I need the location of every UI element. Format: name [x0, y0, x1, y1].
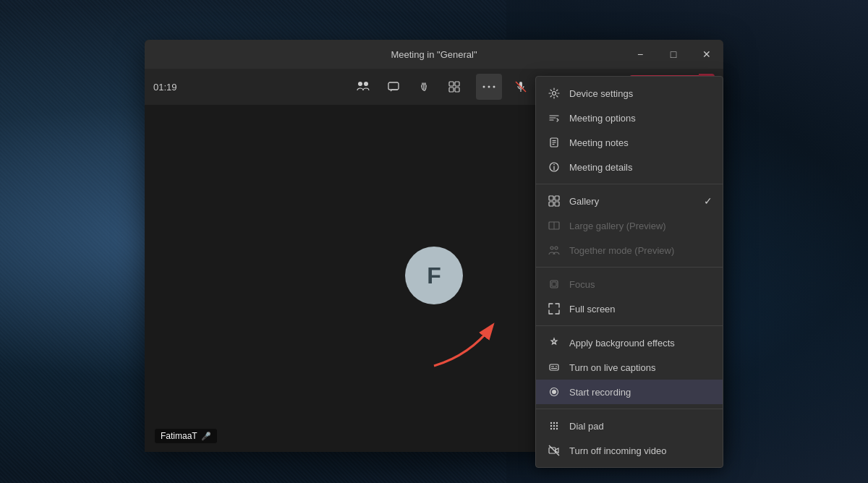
- toolbar: 01:19: [145, 69, 723, 105]
- svg-point-44: [553, 422, 555, 424]
- svg-rect-2: [388, 82, 399, 90]
- divider-1: [536, 184, 723, 184]
- live-captions-label: Turn on live captions: [569, 362, 655, 373]
- participant-avatar-container: F: [405, 247, 463, 304]
- svg-line-53: [549, 445, 559, 456]
- incoming-video-label: Turn off incoming video: [569, 445, 666, 456]
- divider-2: [536, 267, 723, 268]
- svg-point-36: [553, 342, 556, 344]
- microphone-icon: 🎤: [201, 432, 211, 441]
- menu-item-dial-pad[interactable]: Dial pad: [536, 414, 723, 438]
- svg-point-8: [488, 86, 490, 88]
- view-icon[interactable]: [441, 74, 467, 100]
- svg-point-33: [555, 247, 558, 249]
- device-settings-label: Device settings: [569, 88, 633, 99]
- menu-item-meeting-notes[interactable]: Meeting notes: [536, 130, 723, 155]
- menu-item-together-mode: Together mode (Preview): [536, 238, 723, 262]
- svg-rect-6: [455, 87, 459, 92]
- menu-item-gallery[interactable]: Gallery ✓: [536, 189, 723, 213]
- divider-3: [536, 325, 723, 326]
- meeting-details-icon: [548, 161, 561, 174]
- svg-point-9: [493, 86, 495, 88]
- more-options-button[interactable]: [476, 74, 502, 100]
- menu-item-background-effects[interactable]: Apply background effects: [536, 330, 723, 355]
- participants-icon[interactable]: [350, 74, 376, 100]
- svg-point-42: [552, 390, 556, 394]
- dial-pad-icon: [548, 419, 561, 432]
- more-options-menu: Device settings Meeting options: [535, 76, 723, 468]
- background-effects-icon: [548, 336, 561, 349]
- menu-item-meeting-options[interactable]: Meeting options: [536, 106, 723, 130]
- menu-item-device-settings[interactable]: Device settings: [536, 81, 723, 106]
- full-screen-icon: [548, 302, 561, 315]
- meeting-details-label: Meeting details: [569, 162, 632, 173]
- meeting-options-label: Meeting options: [569, 113, 636, 124]
- raise-hand-icon[interactable]: [411, 74, 437, 100]
- svg-point-51: [556, 428, 558, 429]
- svg-point-47: [553, 425, 555, 427]
- svg-point-18: [553, 92, 556, 95]
- menu-item-live-captions[interactable]: Turn on live captions: [536, 355, 723, 380]
- svg-point-45: [556, 422, 558, 424]
- svg-rect-26: [549, 196, 553, 200]
- menu-item-incoming-video[interactable]: Turn off incoming video: [536, 438, 723, 463]
- together-mode-icon: [548, 244, 561, 257]
- svg-point-32: [550, 247, 553, 249]
- maximize-button[interactable]: □: [657, 40, 690, 69]
- gallery-check: ✓: [704, 195, 712, 207]
- svg-point-48: [556, 425, 558, 427]
- focus-icon: [548, 278, 561, 291]
- focus-label: Focus: [569, 279, 595, 290]
- menu-item-full-screen[interactable]: Full screen: [536, 296, 723, 321]
- start-recording-icon: [548, 385, 561, 398]
- full-screen-label: Full screen: [569, 304, 616, 315]
- large-gallery-icon: [548, 219, 561, 232]
- arrow-indicator: [412, 312, 499, 372]
- svg-point-7: [483, 86, 485, 88]
- gallery-icon: [548, 195, 561, 208]
- svg-rect-4: [455, 82, 459, 86]
- svg-point-46: [550, 425, 552, 427]
- live-captions-icon: [548, 361, 561, 374]
- large-gallery-label: Large gallery (Preview): [569, 221, 666, 231]
- background-effects-label: Apply background effects: [569, 338, 675, 349]
- chat-icon[interactable]: [380, 74, 407, 100]
- window-title: Meeting in "General": [391, 49, 477, 60]
- together-mode-label: Together mode (Preview): [569, 245, 674, 256]
- menu-item-large-gallery: Large gallery (Preview): [536, 213, 723, 238]
- window-controls: − □ ✕: [624, 40, 723, 69]
- dial-pad-label: Dial pad: [569, 421, 604, 432]
- menu-item-meeting-details[interactable]: Meeting details: [536, 155, 723, 179]
- start-recording-label: Start recording: [569, 387, 631, 398]
- svg-point-50: [553, 428, 555, 429]
- user-label: FatimaaT 🎤: [155, 429, 217, 443]
- svg-point-49: [550, 428, 552, 429]
- svg-rect-5: [449, 87, 454, 92]
- mute-icon[interactable]: [508, 74, 534, 100]
- svg-rect-27: [555, 196, 559, 200]
- minimize-button[interactable]: −: [624, 40, 657, 69]
- svg-rect-35: [552, 282, 556, 286]
- menu-item-focus: Focus: [536, 272, 723, 296]
- svg-rect-1: [364, 82, 368, 86]
- device-settings-icon: [548, 87, 561, 100]
- call-timer: 01:19: [153, 82, 177, 93]
- svg-rect-28: [549, 202, 553, 206]
- meeting-notes-icon: [548, 136, 561, 149]
- svg-point-43: [550, 422, 552, 424]
- meeting-notes-label: Meeting notes: [569, 137, 629, 148]
- svg-rect-3: [449, 82, 454, 86]
- gallery-label: Gallery: [569, 196, 599, 207]
- titlebar: Meeting in "General" − □ ✕: [145, 40, 723, 69]
- teams-window: Meeting in "General" − □ ✕ 01:19: [145, 40, 723, 452]
- avatar-initial: F: [427, 262, 441, 289]
- toolbar-icons: [350, 74, 467, 100]
- meeting-options-icon: [548, 111, 561, 124]
- svg-point-25: [553, 164, 555, 166]
- svg-rect-29: [555, 202, 559, 206]
- svg-rect-37: [550, 364, 558, 370]
- user-name: FatimaaT: [161, 431, 197, 441]
- participant-avatar: F: [405, 247, 463, 304]
- menu-item-start-recording[interactable]: Start recording: [536, 380, 723, 404]
- close-button[interactable]: ✕: [690, 40, 723, 69]
